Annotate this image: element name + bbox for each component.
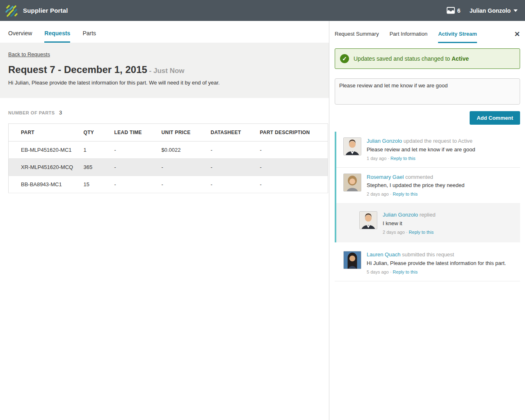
reply-link[interactable]: Reply to this bbox=[390, 156, 415, 161]
cell-part-description: - bbox=[257, 159, 328, 176]
avatar bbox=[343, 137, 361, 155]
reply-link[interactable]: Reply to this bbox=[393, 269, 418, 274]
notification-count: 6 bbox=[457, 7, 461, 14]
request-header: Back to Requests Request 7 - December 1,… bbox=[0, 43, 329, 98]
col-header-datasheet: DATASHEET bbox=[208, 124, 257, 142]
activity-time: 2 days ago bbox=[367, 192, 389, 196]
request-description: Hi Julian, Please provide the latest inf… bbox=[8, 80, 321, 86]
request-timestamp: - Just Now bbox=[147, 67, 185, 75]
cell-lead-time: - bbox=[111, 159, 158, 176]
request-title: Request 7 - December 1, 2015 bbox=[8, 64, 147, 75]
cell-datasheet: - bbox=[208, 142, 257, 159]
col-header-unit-price: UNIT PRICE bbox=[158, 124, 208, 142]
highlighted-activity-group: Julian Gonzolo updated the request to Ac… bbox=[335, 132, 520, 242]
avatar bbox=[343, 173, 361, 192]
app-header: Supplier Portal 6 Julian Gonzolo bbox=[0, 0, 525, 21]
meta-separator: · bbox=[389, 192, 393, 196]
avatar bbox=[359, 211, 377, 229]
cell-lead-time: - bbox=[111, 176, 158, 193]
table-row[interactable]: EB-MLP451620-MC1 1 - $0.0022 - - bbox=[9, 142, 328, 159]
add-comment-button[interactable]: Add Comment bbox=[470, 111, 520, 125]
comment-box: Please review and let me know if we are … bbox=[335, 78, 520, 106]
table-row[interactable]: XR-MLP451620-MCQ 365 - - - - bbox=[9, 159, 328, 176]
cell-datasheet: - bbox=[208, 159, 257, 176]
col-header-lead-time: LEAD TIME bbox=[111, 124, 158, 142]
cell-qty: 1 bbox=[80, 142, 111, 159]
activity-message: I knew it bbox=[383, 220, 436, 228]
main-nav-tabs: Overview Requests Parts bbox=[0, 21, 329, 43]
request-title-row: Request 7 - December 1, 2015 - Just Now bbox=[8, 64, 321, 75]
reply-link[interactable]: Reply to this bbox=[393, 192, 418, 196]
app-logo-icon bbox=[4, 3, 19, 18]
activity-panel: Request Summary Part Information Activit… bbox=[329, 21, 525, 420]
parts-count: NUMBER OF PARTS 3 bbox=[8, 109, 321, 116]
activity-action: replied bbox=[420, 212, 436, 218]
activity-stream: Julian Gonzolo updated the request to Ac… bbox=[335, 132, 520, 281]
activity-action: commented bbox=[405, 174, 433, 180]
parts-count-value: 3 bbox=[59, 110, 62, 116]
tab-part-information[interactable]: Part Information bbox=[390, 31, 428, 42]
cell-part: EB-MLP451620-MC1 bbox=[9, 142, 80, 159]
cell-lead-time: - bbox=[111, 142, 158, 159]
activity-entry: Rosemary Gael commented Stephen, I updat… bbox=[336, 168, 520, 203]
activity-time: 2 days ago bbox=[383, 230, 405, 235]
cell-part: BB-BA8943-MC1 bbox=[9, 176, 80, 193]
comment-input[interactable]: Please review and let me know if we are … bbox=[335, 78, 520, 105]
activity-time: 5 days ago bbox=[367, 269, 389, 274]
activity-entry: Julian Gonzolo updated the request to Ac… bbox=[336, 132, 520, 168]
cell-unit-price: $0.0022 bbox=[158, 142, 208, 159]
tab-request-summary[interactable]: Request Summary bbox=[335, 31, 379, 42]
activity-message: Please review and let me know if we are … bbox=[367, 146, 475, 154]
user-menu[interactable]: Julian Gonzolo bbox=[470, 7, 518, 14]
activity-author-link[interactable]: Julian Gonzolo bbox=[383, 212, 418, 218]
table-row[interactable]: BB-BA8943-MC1 15 - - - - bbox=[9, 176, 328, 193]
inbox-icon bbox=[447, 7, 455, 14]
cell-unit-price: - bbox=[158, 176, 208, 193]
activity-time: 1 day ago bbox=[367, 156, 386, 161]
cell-qty: 15 bbox=[80, 176, 111, 193]
parts-table: PART QTY LEAD TIME UNIT PRICE DATASHEET … bbox=[8, 123, 328, 193]
cell-part-description: - bbox=[257, 142, 328, 159]
activity-reply-entry: Julian Gonzolo replied I knew it 2 days … bbox=[336, 203, 520, 242]
tab-parts[interactable]: Parts bbox=[82, 30, 96, 43]
request-detail-area: Overview Requests Parts Back to Requests… bbox=[0, 21, 329, 420]
meta-separator: · bbox=[386, 156, 390, 161]
meta-separator: · bbox=[389, 269, 393, 274]
col-header-part: PART bbox=[9, 124, 80, 142]
tab-requests[interactable]: Requests bbox=[44, 30, 70, 43]
activity-author-link[interactable]: Julian Gonzolo bbox=[367, 138, 402, 144]
caret-down-icon bbox=[514, 9, 518, 12]
cell-qty: 365 bbox=[80, 159, 111, 176]
col-header-part-description: PART DESCRIPTION bbox=[257, 124, 328, 142]
reply-link[interactable]: Reply to this bbox=[409, 230, 434, 235]
cell-part: XR-MLP451620-MCQ bbox=[9, 159, 80, 176]
col-header-qty: QTY bbox=[80, 124, 111, 142]
activity-action: submitted this request bbox=[402, 251, 454, 258]
tab-activity-stream[interactable]: Activity Stream bbox=[438, 31, 477, 43]
cell-unit-price: - bbox=[158, 159, 208, 176]
notifications-button[interactable]: 6 bbox=[447, 7, 461, 14]
cell-part-description: - bbox=[257, 176, 328, 193]
app-title: Supplier Portal bbox=[23, 7, 68, 14]
alert-text: Updates saved and status changed to bbox=[354, 55, 452, 62]
alert-status: Active bbox=[452, 55, 469, 62]
close-icon[interactable]: ✕ bbox=[514, 31, 520, 38]
panel-tabs: Request Summary Part Information Activit… bbox=[335, 21, 520, 43]
activity-author-link[interactable]: Rosemary Gael bbox=[367, 174, 404, 180]
cell-datasheet: - bbox=[208, 176, 257, 193]
meta-separator: · bbox=[405, 230, 409, 235]
tab-overview[interactable]: Overview bbox=[8, 30, 32, 43]
success-alert: ✓ Updates saved and status changed to Ac… bbox=[335, 48, 520, 69]
user-name: Julian Gonzolo bbox=[470, 7, 511, 14]
alert-message: Updates saved and status changed to Acti… bbox=[354, 55, 469, 62]
activity-author-link[interactable]: Lauren Quach bbox=[367, 251, 400, 258]
activity-message: Stephen, I updated the price they needed bbox=[367, 182, 465, 189]
parts-table-header-row: PART QTY LEAD TIME UNIT PRICE DATASHEET … bbox=[9, 124, 328, 142]
avatar bbox=[343, 251, 361, 269]
activity-entry: Lauren Quach submitted this request Hi J… bbox=[335, 245, 520, 281]
back-to-requests-link[interactable]: Back to Requests bbox=[8, 51, 50, 57]
check-circle-icon: ✓ bbox=[340, 54, 349, 63]
activity-message: Hi Julian, Please provide the latest inf… bbox=[367, 260, 506, 267]
parts-count-label: NUMBER OF PARTS bbox=[8, 110, 55, 115]
activity-action: updated the request to Active bbox=[404, 138, 472, 144]
